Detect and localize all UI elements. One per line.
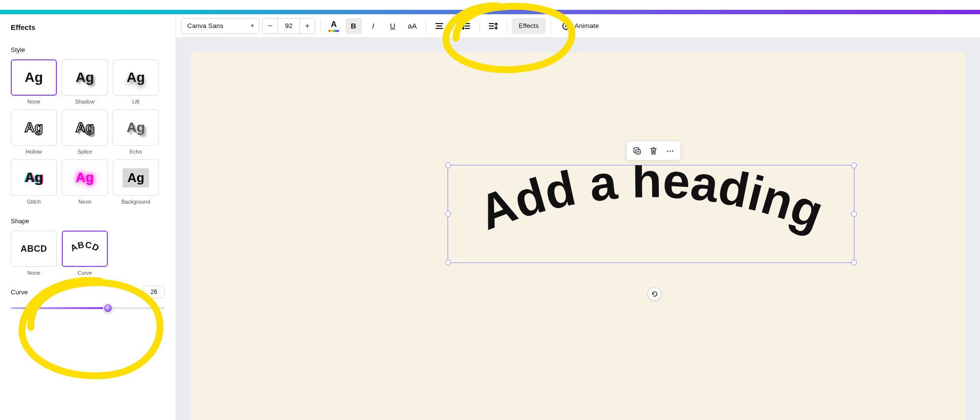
- duplicate-button[interactable]: [629, 143, 644, 158]
- svg-point-6: [463, 25, 464, 26]
- alignment-button[interactable]: [431, 18, 448, 34]
- style-label: Splice: [77, 149, 92, 155]
- italic-button[interactable]: I: [365, 18, 381, 34]
- style-label: Glitch: [27, 199, 41, 205]
- list-button[interactable]: [458, 18, 475, 34]
- svg-text:ABCD: ABCD: [69, 240, 101, 254]
- style-hollow[interactable]: Ag: [11, 109, 57, 146]
- svg-marker-15: [566, 25, 568, 27]
- style-label: Lift: [132, 99, 140, 105]
- style-label: Background: [122, 199, 151, 205]
- slider-thumb[interactable]: [103, 303, 113, 313]
- list-icon: [462, 22, 471, 30]
- style-label: None: [27, 99, 40, 105]
- style-label: Echo: [129, 149, 142, 155]
- curve-label: Curve: [11, 289, 28, 296]
- style-background[interactable]: Ag: [113, 159, 159, 196]
- shape-label: None: [27, 270, 40, 276]
- element-floating-toolbar: ⋯: [626, 141, 681, 160]
- svg-point-4: [463, 23, 464, 24]
- style-label: Hollow: [25, 149, 42, 155]
- design-canvas[interactable]: ⋯ Add a heading: [191, 52, 965, 420]
- resize-handle[interactable]: [445, 211, 451, 217]
- curved-text[interactable]: Add a heading: [448, 165, 854, 263]
- resize-handle[interactable]: [851, 162, 857, 168]
- resize-handle[interactable]: [445, 260, 451, 265]
- effects-button[interactable]: Effects: [512, 18, 546, 34]
- curve-control-row: Curve: [11, 286, 165, 298]
- curve-value-input[interactable]: [143, 286, 165, 298]
- style-label: Neon: [78, 199, 91, 205]
- style-section-label: Style: [11, 46, 165, 53]
- delete-button[interactable]: [646, 143, 661, 158]
- shape-section-label: Shape: [11, 217, 165, 225]
- resize-handle[interactable]: [851, 211, 857, 217]
- style-neon[interactable]: Ag: [62, 159, 108, 196]
- font-size-input[interactable]: [277, 19, 300, 33]
- rotate-icon: [651, 290, 658, 298]
- svg-text:Add a heading: Add a heading: [472, 165, 830, 240]
- curve-slider[interactable]: [11, 302, 165, 314]
- rotate-handle[interactable]: [648, 287, 661, 301]
- text-selection-frame[interactable]: Add a heading: [448, 165, 854, 263]
- bold-button[interactable]: B: [345, 18, 362, 34]
- spacing-icon: [488, 22, 498, 30]
- style-shadow[interactable]: Ag: [62, 59, 108, 96]
- curve-sample-icon: ABCD: [67, 239, 103, 259]
- animate-button[interactable]: Animate: [556, 18, 605, 34]
- font-size-increase[interactable]: +: [300, 19, 315, 33]
- style-grid: AgNone AgShadow AgLift AgHollow AgSplice…: [11, 59, 165, 205]
- font-size-stepper: − +: [262, 18, 315, 34]
- underline-button[interactable]: U: [384, 18, 401, 34]
- svg-point-8: [463, 27, 464, 29]
- sidebar-title: Effects: [11, 23, 165, 31]
- duplicate-icon: [633, 147, 641, 155]
- shape-curve[interactable]: ABCD: [62, 231, 108, 267]
- resize-handle[interactable]: [851, 260, 857, 265]
- color-spectrum-icon: [328, 30, 339, 32]
- canvas-area: ⋯ Add a heading: [176, 38, 980, 420]
- more-button[interactable]: ⋯: [663, 143, 678, 158]
- style-splice[interactable]: Ag: [62, 109, 108, 146]
- style-echo[interactable]: Ag: [113, 109, 159, 146]
- uppercase-button[interactable]: aA: [404, 18, 421, 34]
- style-glitch[interactable]: Ag: [11, 159, 57, 196]
- brand-gradient-bar: [0, 10, 980, 14]
- chevron-down-icon: ▾: [251, 23, 254, 29]
- shape-grid: ABCDNone ABCD Curve: [11, 231, 165, 276]
- shape-none[interactable]: ABCD: [11, 231, 57, 267]
- effects-sidebar: Effects Style AgNone AgShadow AgLift AgH…: [0, 14, 176, 420]
- spacing-button[interactable]: [485, 18, 502, 34]
- text-toolbar: Canva Sans ▾ − + A B I U aA: [176, 14, 980, 38]
- text-color-button[interactable]: A: [326, 18, 342, 34]
- style-label: Shadow: [75, 99, 95, 105]
- align-icon: [435, 22, 444, 30]
- shape-label: Curve: [77, 270, 92, 276]
- animate-icon: [562, 22, 571, 30]
- style-none[interactable]: Ag: [11, 59, 57, 96]
- resize-handle[interactable]: [445, 162, 451, 168]
- style-lift[interactable]: Ag: [113, 59, 159, 96]
- font-size-decrease[interactable]: −: [263, 19, 277, 33]
- trash-icon: [650, 147, 657, 155]
- font-family-select[interactable]: Canva Sans ▾: [181, 18, 259, 34]
